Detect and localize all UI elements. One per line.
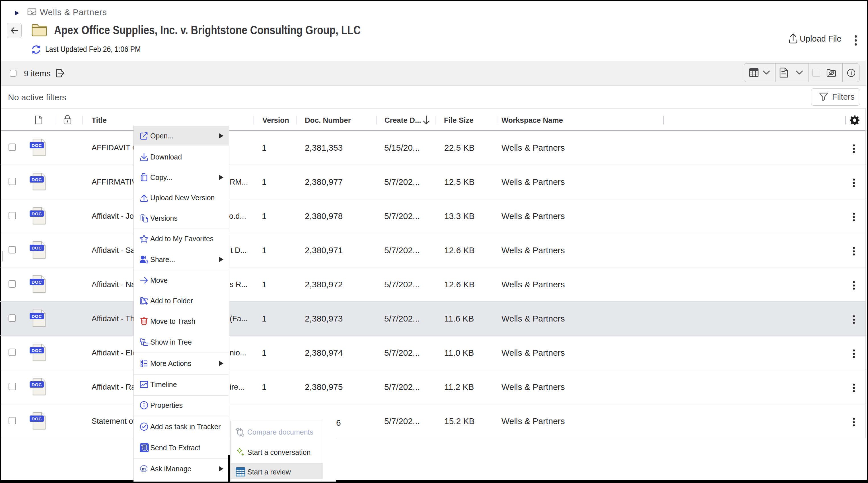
svg-text:DOC: DOC <box>32 382 42 387</box>
svg-text:DOC: DOC <box>32 416 42 421</box>
svg-text:DOC: DOC <box>32 177 42 182</box>
svg-text:DOC: DOC <box>32 314 42 319</box>
svg-text:DOC: DOC <box>32 348 42 353</box>
svg-text:m: m <box>142 466 146 471</box>
svg-text:DOC: DOC <box>32 246 42 250</box>
svg-text:DOC: DOC <box>32 143 42 148</box>
svg-text:DOC: DOC <box>32 211 42 216</box>
svg-text:DOC: DOC <box>32 280 42 284</box>
